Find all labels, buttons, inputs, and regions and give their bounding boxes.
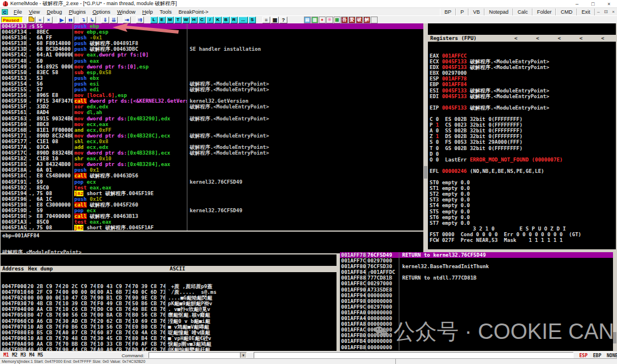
disasm-row[interactable]: 0045F1A5.,75 08jnz short 破解程序.0045F1AF xyxy=(1,225,423,230)
dump-row[interactable]: 0047F09010 A8 CB 7670 48 CB 7630 45 CB 7… xyxy=(1,335,336,341)
stack-row[interactable]: 001AFFA400000000 xyxy=(340,316,613,321)
stack-row[interactable]: 001AFFB800000000 xyxy=(340,345,613,350)
disasm-row[interactable]: 0045F136.6A FFpush -0x1 xyxy=(1,35,423,41)
disassembly-scrollbar[interactable] xyxy=(424,23,427,230)
disasm-row[interactable]: 0045F159.FF15 34F34700call dword ptr ds:… xyxy=(1,98,423,104)
close-button[interactable]: × xyxy=(601,1,617,7)
register-line[interactable]: P 1 CS 0023 32bit 0(FFFFFFFF) xyxy=(428,122,616,128)
disasm-row[interactable]: 0045F196.6A 1Cpush 0x1C xyxy=(1,196,423,202)
register-line[interactable]: EFL 00000246 (NO,NB,E,BE,NS,PE,GE,LE) xyxy=(428,168,616,174)
memory-tab-m4[interactable]: M4 xyxy=(29,353,35,358)
register-line[interactable]: S 0 FS 0053 32bit 29A000(FFF) xyxy=(428,139,616,145)
letter-button-t[interactable]: T xyxy=(174,17,182,23)
menu-item-debug[interactable]: Debug xyxy=(43,9,66,15)
stack-row[interactable]: 001AFFAC00000000 xyxy=(340,327,613,333)
go-to-icon[interactable]: ⇉ xyxy=(136,17,144,23)
disasm-row[interactable]: 0045F149.64:8925 00000000mov dword ptr f… xyxy=(1,64,423,70)
window-list-icon[interactable]: ≡ xyxy=(262,17,270,23)
memory-tab-m3[interactable]: M3 xyxy=(21,353,26,358)
stack-row[interactable]: 001AFF9C00297000 xyxy=(340,304,613,310)
menu-button-cmd[interactable]: CMD xyxy=(556,9,577,15)
pause-icon[interactable]: ▮▮ xyxy=(66,17,74,23)
dump-row[interactable]: 0047F04000 AA CB 7610 C6 CB 76D0 C0 CB 7… xyxy=(1,306,336,312)
register-line[interactable]: T 0 GS 002B 32bit 0(FFFFFFFF) xyxy=(428,145,616,151)
plugin-icon-save[interactable]: ▤ xyxy=(304,17,311,23)
register-line[interactable]: ST3 empty 0.0 xyxy=(428,197,616,203)
execute-till-return-icon[interactable]: ⇥ xyxy=(123,17,131,23)
stack-row[interactable]: 001AFF84┌001AFFDC xyxy=(340,269,613,275)
register-line[interactable]: ST7 empty 0.0 xyxy=(428,220,616,226)
stack-row[interactable]: 001AFF7C00297000 xyxy=(340,258,613,264)
plugin-icon-jie[interactable]: 解 xyxy=(363,17,370,23)
register-line[interactable]: EBP 001AFF84 xyxy=(428,82,616,87)
disasm-row[interactable]: 0045F177.C1E1 08shl ecx,0x8 xyxy=(1,139,423,144)
register-line[interactable]: ST6 empty 0.0 xyxy=(428,215,616,220)
letter-button-l[interactable]: L xyxy=(150,17,158,23)
register-collapse-button-4[interactable]: < xyxy=(570,35,592,41)
minimize-button[interactable]: – xyxy=(569,1,585,7)
register-line[interactable]: EAX 001AFFCC xyxy=(428,53,616,59)
menu-item-file[interactable]: File xyxy=(10,9,26,15)
plugin-icon-wu[interactable]: 吾 xyxy=(341,17,348,23)
disasm-row[interactable]: 0045F15F.33D2xor edx,edx破解程序.<ModuleEntr… xyxy=(1,104,423,110)
dump-row[interactable]: 0047F0B040 4B CB 7690 44 CB 76A0 A9 CB 7… xyxy=(1,347,336,351)
letter-button-r[interactable]: R xyxy=(230,17,238,23)
menu-item-help[interactable]: Help xyxy=(139,9,157,15)
restart-icon[interactable]: « xyxy=(36,17,44,23)
register-collapse-button-2[interactable]: < xyxy=(527,35,548,41)
stack-row[interactable]: 001AFF88777CD81BRETURN to ntdll.777CD81B xyxy=(340,275,613,281)
disasm-row[interactable]: 0045F17A.03CAadd ecx,edx破解程序.<ModuleEntr… xyxy=(1,144,423,150)
menu-button-calc[interactable]: Calc xyxy=(513,9,532,15)
disasm-row[interactable]: 0045F198.E8 C3000000call 破解程序.0045F260 xyxy=(1,202,423,208)
stack-row[interactable]: 001AFFB000000000 xyxy=(340,333,613,338)
maximize-button[interactable]: □ xyxy=(585,1,601,7)
stack-row[interactable]: 001AFFB400000000 xyxy=(340,338,613,344)
plugin-icon-flower[interactable]: ✳ xyxy=(326,17,333,23)
disasm-row[interactable]: 0045F185.A3 84324B00mov dword ptr ds:[0x… xyxy=(1,161,423,167)
dropdown-arrow-icon[interactable]: ▼ xyxy=(240,353,246,358)
disasm-row[interactable]: 0045F19E>E8 70490000call 破解程序.00463B13 xyxy=(1,213,423,219)
menu-item-window[interactable]: Window xyxy=(114,9,139,15)
disasm-row[interactable]: 0045F169.8BC8mov ecx,eax xyxy=(1,122,423,127)
register-line[interactable]: FST 0000 Cond 0 0 0 0 Err 0 0 0 0 0 0 0 … xyxy=(428,232,616,237)
disasm-row[interactable]: 0045F161.8AD4mov dl,ah xyxy=(1,110,423,115)
cpu-window-icon[interactable]: C xyxy=(2,9,8,15)
register-line[interactable]: ST0 empty 0.0 xyxy=(428,180,616,185)
dump-row[interactable]: 0047F00020 2B C9 7420 2C C9 74E0 43 C9 7… xyxy=(1,284,336,289)
letter-button-slash[interactable]: / xyxy=(206,17,214,23)
disasm-row[interactable]: 0045F17C.890D 88324B00mov dword ptr ds:[… xyxy=(1,150,423,156)
letter-button-b[interactable]: B xyxy=(222,17,230,23)
menu-button-notepad[interactable]: Notepad xyxy=(484,9,513,15)
disasm-row[interactable]: 0045F18A.6A 01push 0x1 xyxy=(1,167,423,173)
register-line[interactable] xyxy=(428,111,616,116)
mdi-minimize-icon[interactable]: – xyxy=(595,9,602,14)
disasm-row[interactable]: 0045F142.64:A1 00000000mov eax,dword ptr… xyxy=(1,52,423,58)
disasm-row[interactable]: 0045F16B.81E1 FF000000and ecx,0xFF xyxy=(1,127,423,133)
register-line[interactable]: ESP 001AFF78 xyxy=(428,76,616,82)
letter-button-c[interactable]: C xyxy=(198,17,206,23)
register-line[interactable] xyxy=(428,163,616,168)
dump-row[interactable]: 0047F01060 2F C9 7400 00 00 0000 A1 6B 7… xyxy=(1,289,336,295)
menu-button-folder[interactable]: Folder xyxy=(532,9,556,15)
register-line[interactable]: C 0 ES 002B 32bit 0(FFFFFFFF) xyxy=(428,116,616,122)
register-line[interactable]: A 0 SS 002B 32bit 0(FFFFFFFF) xyxy=(428,128,616,134)
plugin-icon-po[interactable]: 破 xyxy=(356,17,363,23)
stack-row[interactable]: 001AFFA000000000 xyxy=(340,310,613,316)
menu-item-view[interactable]: View xyxy=(26,9,43,15)
scrollbar-thumb[interactable] xyxy=(613,332,616,343)
letter-button-k[interactable]: K xyxy=(214,17,222,23)
menu-button-p[interactable]: P xyxy=(456,9,468,15)
stack-scrollbar[interactable] xyxy=(613,252,616,351)
mdi-close-icon[interactable]: × xyxy=(610,9,617,14)
plugin-icon-green[interactable]: ▥ xyxy=(311,17,318,23)
memory-tab-m2[interactable]: M2 xyxy=(12,353,18,358)
open-file-icon[interactable] xyxy=(27,17,35,23)
plugin-icon-dot[interactable]: ● xyxy=(319,17,326,23)
menu-item-options[interactable]: Options xyxy=(89,9,114,15)
letter-button-m[interactable]: M xyxy=(166,17,174,23)
stack-row[interactable]: 001AFF9800000000 xyxy=(340,298,613,304)
menu-button-exit[interactable]: Exit xyxy=(577,9,595,15)
disasm-row[interactable]: 0045F194.,75 08jnz short 破解程序.0045F19E xyxy=(1,191,423,196)
disasm-row[interactable]: 0045F19D.59pop ecxkernel32.76CF5D49 xyxy=(1,208,423,213)
stack-row[interactable]: 001AFF8076CF5D30kernel32.BaseThreadInitT… xyxy=(340,264,613,269)
